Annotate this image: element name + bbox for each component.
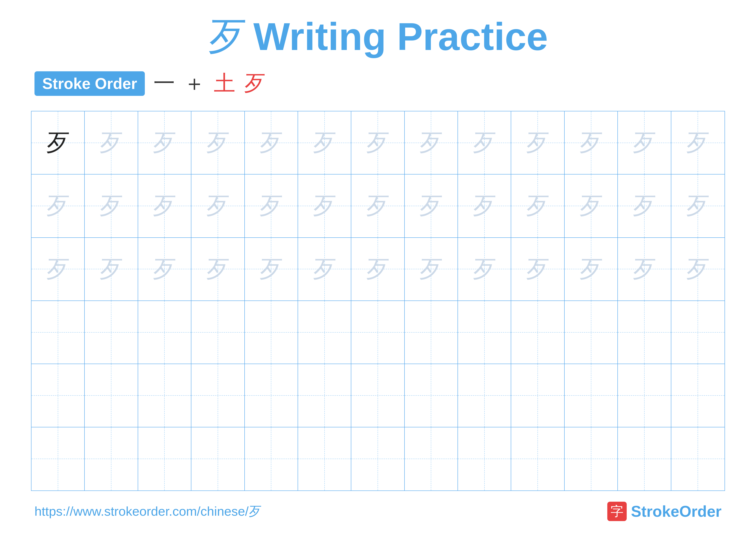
grid-cell[interactable] bbox=[405, 301, 458, 364]
grid-cell[interactable] bbox=[32, 301, 85, 364]
grid-cell[interactable] bbox=[85, 301, 138, 364]
grid-cell[interactable]: 歹 bbox=[618, 238, 671, 300]
grid-cell[interactable]: 歹 bbox=[351, 238, 405, 300]
grid-cell[interactable] bbox=[298, 427, 351, 491]
logo-text: StrokeOrder bbox=[631, 502, 721, 520]
grid-cell[interactable] bbox=[618, 301, 671, 364]
grid-cell[interactable] bbox=[565, 301, 618, 364]
grid-cell[interactable]: 歹 bbox=[351, 174, 405, 237]
grid-cell[interactable] bbox=[511, 301, 564, 364]
grid-cell[interactable] bbox=[32, 427, 85, 491]
footer-url[interactable]: https://www.strokeorder.com/chinese/歹 bbox=[35, 503, 262, 520]
grid-cell[interactable] bbox=[511, 364, 564, 427]
logo-char: 字 bbox=[610, 503, 623, 520]
grid-cell[interactable]: 歹 bbox=[405, 174, 458, 237]
grid-cell[interactable]: 歹 bbox=[565, 174, 618, 237]
grid-cell[interactable]: 歹 bbox=[298, 238, 351, 300]
practice-char: 歹 bbox=[206, 190, 230, 222]
grid-cell[interactable] bbox=[671, 301, 724, 364]
grid-cell[interactable]: 歹 bbox=[138, 238, 191, 300]
grid-cell[interactable]: 歹 bbox=[32, 111, 85, 174]
stroke-step-2: ＋ bbox=[184, 69, 205, 98]
grid-cell[interactable]: 歹 bbox=[565, 111, 618, 174]
practice-char: 歹 bbox=[313, 190, 337, 222]
practice-char: 歹 bbox=[152, 253, 176, 285]
grid-cell[interactable] bbox=[298, 364, 351, 427]
practice-char: 歹 bbox=[579, 190, 603, 222]
grid-cell[interactable] bbox=[191, 364, 245, 427]
grid-cell[interactable] bbox=[405, 427, 458, 491]
logo-icon: 字 bbox=[607, 502, 627, 521]
practice-char: 歹 bbox=[419, 127, 443, 159]
grid-cell[interactable]: 歹 bbox=[351, 111, 405, 174]
grid-cell[interactable]: 歹 bbox=[138, 174, 191, 237]
grid-cell[interactable]: 歹 bbox=[511, 238, 564, 300]
grid-cell[interactable]: 歹 bbox=[191, 238, 245, 300]
grid-cell[interactable] bbox=[298, 301, 351, 364]
grid-row-2: 歹 歹 歹 歹 歹 歹 歹 歹 歹 歹 歹 歹 歹 bbox=[32, 174, 724, 238]
grid-cell[interactable]: 歹 bbox=[85, 174, 138, 237]
grid-cell[interactable] bbox=[85, 427, 138, 491]
grid-cell[interactable] bbox=[351, 301, 405, 364]
grid-cell[interactable] bbox=[32, 364, 85, 427]
grid-cell[interactable]: 歹 bbox=[565, 238, 618, 300]
grid-cell[interactable]: 歹 bbox=[618, 111, 671, 174]
grid-cell[interactable] bbox=[191, 427, 245, 491]
grid-cell[interactable]: 歹 bbox=[671, 238, 724, 300]
grid-cell[interactable]: 歹 bbox=[405, 238, 458, 300]
grid-cell[interactable] bbox=[138, 427, 191, 491]
grid-cell[interactable]: 歹 bbox=[458, 238, 511, 300]
grid-cell[interactable] bbox=[458, 301, 511, 364]
grid-cell[interactable]: 歹 bbox=[138, 111, 191, 174]
grid-cell[interactable]: 歹 bbox=[245, 111, 298, 174]
grid-cell[interactable] bbox=[191, 301, 245, 364]
grid-row-6 bbox=[32, 427, 724, 491]
grid-cell[interactable] bbox=[138, 301, 191, 364]
grid-cell[interactable]: 歹 bbox=[245, 174, 298, 237]
grid-cell[interactable]: 歹 bbox=[618, 174, 671, 237]
grid-cell[interactable]: 歹 bbox=[511, 111, 564, 174]
grid-cell[interactable] bbox=[405, 364, 458, 427]
grid-cell[interactable] bbox=[565, 364, 618, 427]
grid-cell[interactable]: 歹 bbox=[671, 174, 724, 237]
grid-cell[interactable] bbox=[618, 364, 671, 427]
grid-cell[interactable]: 歹 bbox=[245, 238, 298, 300]
practice-char: 歹 bbox=[152, 190, 176, 222]
grid-cell[interactable]: 歹 bbox=[32, 174, 85, 237]
grid-cell[interactable]: 歹 bbox=[191, 111, 245, 174]
grid-cell[interactable] bbox=[618, 427, 671, 491]
grid-cell[interactable]: 歹 bbox=[32, 238, 85, 300]
grid-cell[interactable]: 歹 bbox=[85, 238, 138, 300]
grid-cell[interactable]: 歹 bbox=[298, 174, 351, 237]
grid-cell[interactable] bbox=[85, 364, 138, 427]
page: 歹 Writing Practice Stroke Order 一 ＋ 土 歹 … bbox=[0, 0, 756, 534]
practice-char: 歹 bbox=[206, 253, 230, 285]
grid-row-5 bbox=[32, 364, 724, 427]
grid-cell[interactable]: 歹 bbox=[671, 111, 724, 174]
grid-cell[interactable] bbox=[351, 364, 405, 427]
grid-cell[interactable] bbox=[245, 427, 298, 491]
practice-char: 歹 bbox=[472, 127, 496, 159]
practice-char: 歹 bbox=[313, 127, 337, 159]
grid-cell[interactable] bbox=[671, 364, 724, 427]
grid-cell[interactable]: 歹 bbox=[511, 174, 564, 237]
grid-cell[interactable]: 歹 bbox=[85, 111, 138, 174]
grid-cell[interactable]: 歹 bbox=[191, 174, 245, 237]
grid-cell[interactable] bbox=[245, 301, 298, 364]
grid-cell[interactable] bbox=[138, 364, 191, 427]
grid-cell[interactable]: 歹 bbox=[405, 111, 458, 174]
grid-cell[interactable]: 歹 bbox=[458, 111, 511, 174]
grid-cell[interactable] bbox=[458, 427, 511, 491]
grid-cell[interactable] bbox=[351, 427, 405, 491]
practice-char: 歹 bbox=[152, 127, 176, 159]
grid-cell[interactable]: 歹 bbox=[458, 174, 511, 237]
practice-char: 歹 bbox=[366, 253, 390, 285]
stroke-step-1: 一 bbox=[153, 69, 175, 98]
grid-cell[interactable]: 歹 bbox=[298, 111, 351, 174]
grid-cell[interactable] bbox=[565, 427, 618, 491]
grid-cell[interactable] bbox=[245, 364, 298, 427]
grid-cell[interactable] bbox=[458, 364, 511, 427]
grid-cell[interactable] bbox=[511, 427, 564, 491]
practice-char: 歹 bbox=[526, 190, 550, 222]
grid-cell[interactable] bbox=[671, 427, 724, 491]
